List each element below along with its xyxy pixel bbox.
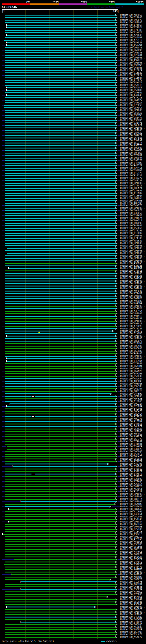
hit-bar[interactable] — [5, 531, 116, 532]
hit-bar[interactable] — [7, 42, 115, 43]
hit-bar[interactable] — [5, 115, 116, 116]
hit-accession-label[interactable]: UniRef100_Q26481 — [120, 54, 142, 56]
hit-accession-label[interactable]: UniRef100_C1BFB7 — [120, 76, 142, 79]
hit-bar[interactable] — [5, 210, 116, 211]
hit-accession-label[interactable]: UniRef100_Q6UNT2 — [120, 330, 142, 332]
hit-bar[interactable] — [5, 205, 116, 206]
hit-accession-label[interactable]: UniRef100_Q6XHY2 — [120, 367, 142, 370]
hit-accession-label[interactable]: UniRef100_B6H4Z3 — [120, 455, 142, 458]
hit-accession-label[interactable]: UniRef100_C4QWU8 — [120, 618, 142, 621]
hit-bar[interactable] — [5, 256, 116, 256]
hit-accession-label[interactable]: UniRef100_Q801I4 — [120, 498, 142, 500]
hit-accession-label[interactable]: UniRef100_UPI000.. — [120, 493, 145, 495]
hit-bar[interactable] — [5, 145, 116, 146]
hit-bar[interactable] — [5, 428, 116, 430]
hit-accession-label[interactable]: UniRef100_A7R8T7 — [120, 460, 142, 462]
hit-accession-label[interactable]: UniRef100_C1BL29 — [120, 72, 142, 74]
hit-bar[interactable] — [5, 263, 116, 264]
hit-bar[interactable] — [7, 25, 115, 26]
hit-accession-label[interactable]: UniRef100_Q95276 — [120, 159, 142, 162]
hit-bar[interactable] — [5, 301, 116, 302]
hit-bar[interactable] — [5, 456, 116, 457]
hit-accession-label[interactable]: UniRef100_Q8AVI7 — [120, 134, 142, 136]
hit-bar[interactable] — [5, 215, 116, 216]
hit-accession-label[interactable]: UniRef100_UPI000.. — [120, 280, 145, 282]
hit-accession-label[interactable]: UniRef100_P15126 — [120, 172, 142, 174]
hit-accession-label[interactable]: UniRef100_UPI000.. — [120, 182, 145, 184]
hit-bar[interactable] — [5, 474, 116, 474]
hit-accession-label[interactable]: UniRef100_A8UEW1 — [120, 267, 142, 270]
hit-accession-label[interactable]: UniRef100_P52822 — [120, 240, 142, 242]
hit-bar[interactable] — [5, 468, 116, 470]
hit-accession-label[interactable]: UniRef100_A3A0I1 — [120, 470, 142, 473]
hit-bar[interactable] — [5, 130, 116, 131]
hit-accession-label[interactable]: UniRef100_B6KPK0 — [120, 596, 142, 598]
hit-accession-label[interactable]: UniRef100_B3N025 — [120, 448, 142, 450]
hit-accession-label[interactable]: UniRef100_P49405 — [120, 352, 142, 355]
hit-bar[interactable] — [5, 175, 116, 176]
hit-accession-label[interactable]: UniRef100_Q5XUC7 — [120, 106, 142, 109]
hit-bar[interactable] — [5, 594, 116, 595]
hit-accession-label[interactable]: UniRef100_Q90YW5 — [120, 114, 142, 116]
hit-bar[interactable] — [5, 296, 116, 296]
hit-bar[interactable] — [7, 253, 115, 254]
hit-bar[interactable] — [5, 142, 116, 144]
hit-bar[interactable] — [7, 606, 94, 608]
hit-bar[interactable] — [5, 163, 116, 164]
hit-accession-label[interactable]: UniRef100_A1CPH2 — [120, 510, 142, 513]
hit-accession-label[interactable]: UniRef100_A4RHG5 — [120, 550, 142, 553]
hit-bar[interactable] — [5, 481, 116, 482]
hit-bar[interactable] — [5, 208, 116, 208]
hit-bar[interactable] — [5, 72, 116, 73]
hit-accession-label[interactable]: UniRef100_A9SNA3 — [120, 262, 142, 264]
hit-bar[interactable] — [5, 562, 116, 562]
hit-accession-label[interactable]: UniRef100_C7IXS6 — [120, 24, 142, 26]
hit-bar[interactable] — [5, 438, 116, 440]
hit-accession-label[interactable]: UniRef100_Q0GN71 — [120, 187, 142, 190]
hit-accession-label[interactable]: UniRef100_Q86LY6 — [120, 578, 142, 581]
hit-accession-label[interactable]: UniRef100_C3ZTF1 — [120, 122, 142, 124]
hit-accession-label[interactable]: UniRef100_B0FWK5 — [120, 152, 142, 154]
hit-accession-label[interactable]: UniRef100_B8M2C6 — [120, 608, 142, 611]
hit-bar[interactable] — [7, 87, 115, 88]
hit-bar[interactable] — [5, 14, 116, 16]
hit-bar[interactable] — [7, 336, 115, 336]
hit-bar[interactable] — [5, 556, 116, 558]
hit-bar[interactable] — [5, 70, 116, 71]
hit-accession-label[interactable]: UniRef100_UPI000.. — [120, 337, 145, 340]
hit-bar[interactable] — [5, 383, 116, 384]
hit-bar[interactable] — [5, 280, 116, 282]
hit-accession-label[interactable]: UniRef100_C1BF77 — [120, 79, 142, 81]
hit-bar[interactable] — [7, 95, 115, 96]
hit-accession-label[interactable]: UniRef100_B5G1T4 — [120, 142, 142, 144]
hit-accession-label[interactable]: UniRef100_Q627R7 — [120, 388, 142, 390]
hit-accession-label[interactable]: UniRef100_B8P326 — [120, 548, 142, 550]
hit-bar[interactable] — [5, 178, 116, 179]
hit-accession-label[interactable]: UniRef100_Q6FJY0 — [120, 438, 142, 440]
hit-bar[interactable] — [5, 128, 116, 128]
hit-accession-label[interactable]: UniRef100_P09895 — [120, 222, 142, 224]
hit-accession-label[interactable]: UniRef100_B7PFS8 — [120, 104, 142, 106]
hit-accession-label[interactable]: UniRef100_UPI000.. — [120, 242, 145, 244]
hit-bar[interactable] — [5, 552, 116, 552]
hit-bar[interactable] — [5, 554, 116, 555]
hit-accession-label[interactable]: UniRef100_Q804Y7 — [120, 116, 142, 119]
hit-accession-label[interactable]: UniRef100_UPI000.. — [120, 430, 145, 433]
hit-accession-label[interactable]: UniRef100_B7UEB4 — [120, 405, 142, 408]
hit-bar[interactable] — [5, 155, 116, 156]
hit-bar[interactable] — [5, 22, 116, 23]
hit-accession-label[interactable]: UniRef100_Q1HQU2 — [120, 232, 142, 234]
hit-accession-label[interactable]: UniRef100_Q4SSK4 — [120, 360, 142, 362]
hit-accession-label[interactable]: UniRef100_A7S1I9 — [120, 39, 142, 41]
hit-bar[interactable] — [5, 303, 116, 304]
hit-accession-label[interactable]: UniRef100_B0CYD8 — [120, 345, 142, 347]
hit-accession-label[interactable]: UniRef100_B6JYA7 — [120, 556, 142, 558]
hit-bar[interactable] — [5, 218, 116, 219]
hit-bar[interactable] — [5, 499, 116, 500]
hit-bar[interactable] — [5, 120, 116, 121]
hit-accession-label[interactable]: UniRef100_UPI000.. — [120, 56, 145, 59]
hit-bar[interactable] — [5, 539, 116, 540]
hit-bar[interactable] — [5, 524, 116, 525]
hit-accession-label[interactable]: UniRef100_A9PBZ9 — [120, 435, 142, 438]
hit-bar[interactable] — [5, 506, 109, 507]
